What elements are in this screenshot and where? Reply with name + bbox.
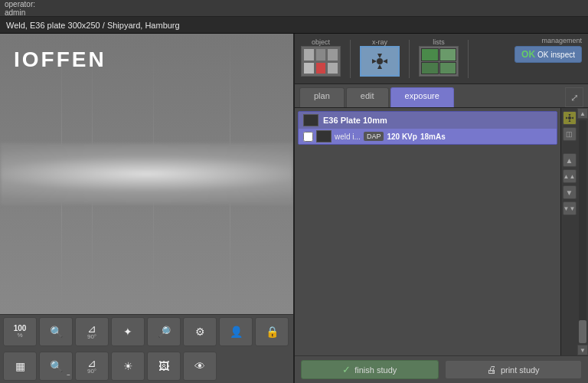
person-btn[interactable]: 👤 [219,317,253,346]
chevron-up-icon: ▲ [566,156,573,165]
right-sidebar: ◫ ▲ ▲▲ ▼ ▼▼ [560,108,577,355]
image-btn[interactable]: 🖼 [147,352,181,381]
main-layout: IOFFEN 100 % 🔍 ⊿ 90° [0,34,588,383]
toolbar-row-2: ▦ 🔍 − ⊿ 90° ☀ 🖼 👁 [0,349,293,384]
subtitle-bar: Weld, E36 plate 300x250 / Shipyard, Hamb… [0,17,588,34]
grid-btn[interactable]: ▦ [3,352,37,381]
nav-thumb-lists[interactable] [419,46,459,77]
settings-btn[interactable]: ⚙ [183,317,217,346]
study-item-header: E36 Plate 10mm [299,112,557,129]
nav-separator-1 [350,40,351,78]
finish-study-label: finish study [354,365,397,375]
sidebar-view-btn[interactable]: ◫ [563,127,577,141]
study-row-checkbox[interactable] [303,132,313,142]
sidebar-down2-btn[interactable]: ▼▼ [563,201,577,215]
printer-icon: 🖨 [487,364,497,375]
scroll-thumb[interactable] [579,320,586,343]
operator-prefix: operator: [5,0,35,8]
scrollbar-area: ▲ ▼ [577,108,588,355]
ok-inspect-label: OK inspect [537,51,575,59]
eye-btn[interactable]: 👁 [183,352,217,381]
xray-image-area[interactable]: IOFFEN [0,34,293,314]
study-item: E36 Plate 10mm weld i... DAP 120 KVp 18m… [298,111,557,145]
nav-thumb-xray[interactable] [360,46,400,77]
zoom-in-btn[interactable]: 🔍 [39,317,73,346]
brightness-btn[interactable]: ✦ [111,317,145,346]
nav-thumb-object[interactable] [301,46,341,77]
study-row-kv: 120 KVp [387,133,416,141]
tabs-bar: plan edit exposure ⤢ [295,84,588,108]
bottom-bar: ✓ finish study 🖨 print study [295,355,588,383]
right-panel: object x-ray [295,34,588,383]
sidebar-view-icon: ◫ [566,130,573,138]
sidebar-up-btn[interactable]: ▲ [563,153,577,167]
content-area: E36 Plate 10mm weld i... DAP 120 KVp 18m… [295,108,560,355]
study-row-name: weld i... [335,133,361,141]
print-study-btn[interactable]: 🖨 print study [445,360,583,379]
study-thumb [303,114,318,126]
svg-point-0 [377,58,383,64]
radiation-sidebar-btn[interactable] [563,111,577,125]
sidebar-down-btn[interactable]: ▼ [563,185,577,199]
radiation-small-icon [564,113,575,123]
checkmark-icon: ✓ [342,364,351,375]
lock-btn[interactable]: 🔒 [255,317,289,346]
study-row-mas: 18mAs [420,133,446,141]
nav-section-lists: lists [419,37,459,77]
study-list: E36 Plate 10mm weld i... DAP 120 KVp 18m… [295,108,560,355]
operator-name: admin [5,8,35,17]
nav-section-management: management OK OK inspect [514,37,582,63]
right-nav: object x-ray [295,34,588,84]
left-toolbar: 100 % 🔍 ⊿ 90° ✦ 🔎 ⚙ [0,314,293,383]
top-bar: operator: admin [0,0,588,17]
toolbar-row-1: 100 % 🔍 ⊿ 90° ✦ 🔎 ⚙ [0,315,293,349]
scroll-up-btn[interactable]: ▲ [577,108,588,119]
scroll-track[interactable] [579,120,586,343]
study-item-title: E36 Plate 10mm [323,116,387,125]
sidebar-up2-btn[interactable]: ▲▲ [563,169,577,183]
left-panel: IOFFEN 100 % 🔍 ⊿ 90° [0,34,295,383]
zoom-level-btn[interactable]: 100 % [3,317,37,346]
nav-separator-3 [468,40,469,78]
finish-study-btn[interactable]: ✓ finish study [301,360,439,379]
zoom-out-btn[interactable]: 🔍 − [39,352,73,381]
search-tool-btn[interactable]: 🔎 [147,317,181,346]
angle-btn-1[interactable]: ⊿ 90° [75,317,109,346]
xray-background: IOFFEN [0,34,293,314]
xray-weld-seam [0,143,293,205]
nav-section-object: object [301,37,341,77]
xray-logo: IOFFEN [14,47,106,72]
ok-inspect-btn[interactable]: OK OK inspect [514,46,582,63]
double-down-icon: ▼▼ [564,205,576,212]
tab-plan[interactable]: plan [299,87,345,107]
study-subtitle: Weld, E36 plate 300x250 / Shipyard, Hamb… [6,21,180,30]
operator-info: operator: admin [5,0,35,17]
tab-exposure[interactable]: exposure [390,87,454,107]
tab-edit[interactable]: edit [346,87,389,107]
angle-btn-2[interactable]: ⊿ 90° [75,352,109,381]
double-up-icon: ▲▲ [564,173,576,180]
content-wrapper: E36 Plate 10mm weld i... DAP 120 KVp 18m… [295,108,588,355]
tab-expand-btn[interactable]: ⤢ [565,87,583,107]
study-row-tag: DAP [364,132,384,141]
scroll-down-btn[interactable]: ▼ [577,345,588,355]
nav-section-xray: x-ray [360,37,400,77]
svg-point-1 [568,116,571,119]
ok-icon: OK [521,49,535,60]
contrast-btn[interactable]: ☀ [111,352,145,381]
radiation-icon [368,50,391,73]
chevron-down-icon: ▼ [566,188,573,197]
study-row-thumb [316,130,332,142]
study-item-row[interactable]: weld i... DAP 120 KVp 18mAs [299,129,557,144]
nav-separator-2 [409,40,410,78]
print-study-label: print study [501,365,540,375]
